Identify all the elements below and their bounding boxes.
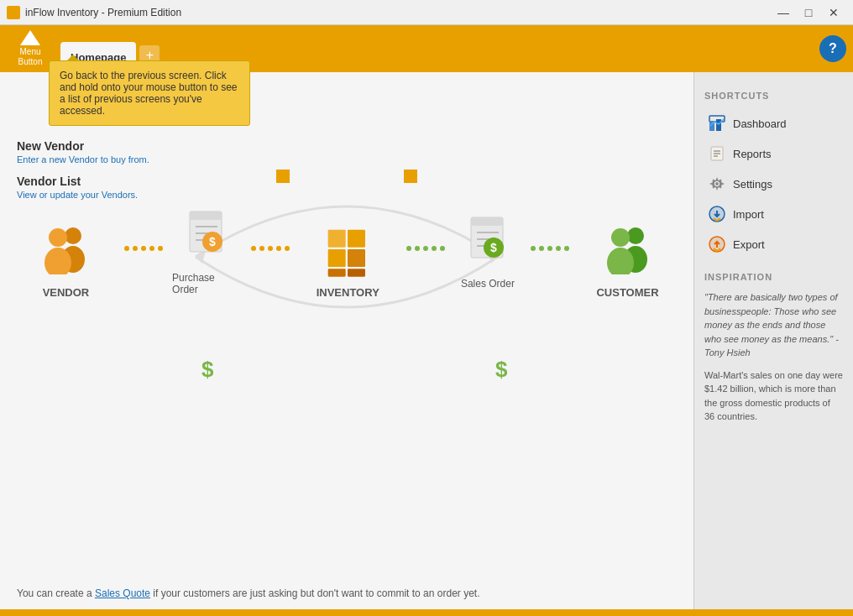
dot: [556, 246, 561, 251]
customer-dollar: $: [495, 357, 507, 383]
bottom-bar: [0, 609, 853, 616]
dot: [531, 246, 536, 251]
vendor-to-po-connector: [115, 246, 172, 251]
dot: [251, 246, 256, 251]
inventory-icon: [314, 216, 381, 283]
sales-order-label: Sales Order: [461, 278, 515, 290]
inspiration-quote: "There are basically two types of busine…: [704, 290, 843, 360]
dot: [406, 246, 411, 251]
svg-point-28: [627, 227, 644, 244]
tooltip: Go back to the previous screen. Click an…: [49, 60, 250, 126]
info-suffix: if your customers are just asking but do…: [150, 587, 479, 599]
inventory-node[interactable]: INVENTORY: [299, 216, 397, 299]
svg-point-30: [611, 228, 630, 247]
dot: [440, 246, 445, 251]
shortcut-import[interactable]: Import: [704, 200, 843, 228]
export-icon: [708, 235, 726, 253]
reports-icon: [708, 144, 726, 163]
purchase-order-icon: $: [173, 201, 240, 269]
purchase-order-label: Purchase Order: [172, 272, 242, 295]
dot: [432, 246, 437, 251]
tooltip-text: Go back to the previous screen. Click an…: [60, 70, 237, 117]
sales-quote-link[interactable]: Sales Quote: [95, 587, 150, 599]
shortcut-dashboard[interactable]: Dashboard: [704, 109, 843, 138]
dashboard-label: Dashboard: [733, 117, 787, 130]
dot: [547, 246, 552, 251]
svg-rect-15: [328, 249, 346, 267]
shortcut-export[interactable]: Export: [704, 230, 843, 258]
so-to-customer-connector: [521, 246, 578, 251]
titlebar: inFlow Inventory - Premium Edition — □ ✕: [0, 0, 853, 25]
import-label: Import: [733, 208, 764, 221]
info-text: You can create a Sales Quote if your cus…: [17, 587, 479, 599]
minimize-button[interactable]: —: [771, 0, 796, 25]
vendor-icon: [32, 216, 99, 283]
inventory-label: INVENTORY: [317, 286, 379, 299]
reports-label: Reports: [733, 148, 772, 160]
orange-dots-2: [242, 246, 299, 251]
help-button[interactable]: ?: [819, 35, 846, 62]
flow-nodes-row: VENDOR: [17, 216, 677, 299]
svg-rect-20: [348, 269, 365, 276]
dot: [158, 246, 163, 251]
svg-text:$: $: [209, 235, 216, 248]
dot: [539, 246, 544, 251]
right-sidebar: SHORTCUTS Dashboard: [693, 72, 853, 616]
svg-rect-2: [276, 170, 290, 183]
svg-rect-22: [471, 217, 503, 226]
svg-rect-3: [404, 170, 417, 183]
svg-rect-17: [328, 229, 346, 247]
settings-icon: [708, 175, 726, 193]
vendor-label: VENDOR: [43, 286, 90, 299]
back-arrow-icon: [20, 30, 40, 45]
app-title: inFlow Inventory - Premium Edition: [25, 7, 181, 18]
app-logo: [7, 6, 20, 19]
dot: [149, 246, 154, 251]
inspiration-fact: Wal-Mart's sales on one day were $1.42 b…: [704, 368, 843, 424]
svg-rect-33: [716, 119, 721, 131]
dot: [285, 246, 290, 251]
dot: [124, 246, 129, 251]
po-to-inventory-connector: [242, 246, 299, 251]
import-icon: [708, 205, 726, 223]
svg-point-6: [49, 228, 67, 247]
dot: [423, 246, 428, 251]
sales-order-icon: $: [454, 207, 521, 274]
main-layout: New Vendor Enter a new Vendor to buy fro…: [0, 72, 853, 616]
shortcut-reports[interactable]: Reports: [704, 139, 843, 168]
dot: [415, 246, 420, 251]
svg-rect-16: [348, 249, 365, 267]
customer-node[interactable]: CUSTOMER: [578, 216, 677, 299]
titlebar-controls: — □ ✕: [771, 0, 846, 25]
dot: [564, 246, 569, 251]
titlebar-left: inFlow Inventory - Premium Edition: [7, 6, 181, 19]
purchase-order-node[interactable]: $ Purchase Order: [172, 201, 242, 295]
green-dots: [397, 246, 454, 251]
info-prefix: You can create a: [17, 587, 95, 599]
export-label: Export: [733, 238, 765, 251]
vendor-node[interactable]: VENDOR: [17, 216, 115, 299]
customer-label: CUSTOMER: [596, 286, 658, 299]
svg-point-41: [715, 182, 719, 185]
back-menu-button[interactable]: MenuButton: [7, 28, 54, 70]
inventory-to-so-connector: [397, 246, 454, 251]
dot: [268, 246, 273, 251]
dot: [259, 246, 264, 251]
shortcuts-title: SHORTCUTS: [704, 91, 843, 101]
svg-rect-9: [190, 211, 222, 220]
customer-icon: [594, 216, 662, 283]
maximize-button[interactable]: □: [796, 0, 821, 25]
shortcut-settings[interactable]: Settings: [704, 170, 843, 198]
svg-point-4: [65, 227, 81, 244]
dot: [276, 246, 281, 251]
close-button[interactable]: ✕: [821, 0, 846, 25]
content-area: New Vendor Enter a new Vendor to buy fro…: [0, 72, 693, 616]
vendor-dollar: $: [201, 357, 213, 383]
dot: [141, 246, 146, 251]
orange-dots: [115, 246, 172, 251]
flow-diagram: VENDOR: [17, 123, 677, 391]
green-dots-2: [521, 246, 578, 251]
sales-order-node[interactable]: $ Sales Order: [454, 207, 521, 290]
menu-button-label: MenuButton: [18, 47, 43, 67]
svg-text:$: $: [490, 241, 497, 254]
